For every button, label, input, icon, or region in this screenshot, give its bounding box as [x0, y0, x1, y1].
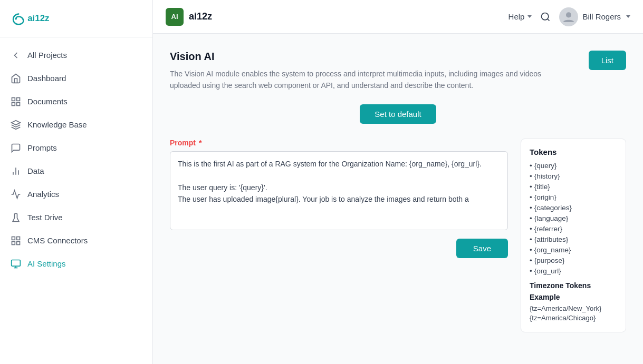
token-language: {language}: [530, 214, 617, 222]
topbar: AI ai12z Help: [153, 0, 643, 34]
avatar-image: [562, 10, 575, 24]
sidebar-item-prompts[interactable]: Prompts: [0, 136, 152, 160]
main-container: AI ai12z Help: [153, 0, 643, 364]
sidebar-item-label: Analytics: [27, 190, 59, 199]
chevron-down-icon: [626, 15, 630, 18]
prompt-textarea[interactable]: [170, 151, 508, 230]
sidebar-item-label: Test Drive: [27, 213, 63, 222]
sidebar-item-all-projects[interactable]: All Projects: [0, 44, 152, 67]
svg-rect-14: [12, 260, 21, 266]
sidebar-item-label: Documents: [27, 97, 68, 106]
timezone-tokens-title: Timezone Tokens: [530, 281, 617, 290]
vision-header: Vision AI The Vision AI module enables t…: [170, 51, 626, 92]
sidebar-item-knowledge-base[interactable]: Knowledge Base: [0, 113, 152, 136]
settings-icon: [11, 259, 21, 269]
svg-text:ai12z: ai12z: [27, 13, 49, 23]
set-default-button[interactable]: Set to default: [360, 104, 436, 124]
svg-rect-5: [17, 103, 20, 106]
token-title: {title}: [530, 183, 617, 191]
svg-marker-6: [12, 121, 21, 125]
user-name: Bill Rogers: [582, 12, 621, 21]
tz-example-1: {tz=America/Chicago}: [530, 314, 617, 322]
brand-name: ai12z: [189, 11, 212, 22]
svg-rect-4: [12, 103, 15, 106]
token-purpose: {purpose}: [530, 257, 617, 264]
help-button[interactable]: Help: [508, 12, 532, 21]
prompt-label: Prompt *: [170, 139, 508, 147]
home-icon: [11, 73, 21, 84]
prompt-section: Prompt * Save Tokens {query} {history} {…: [170, 139, 626, 332]
search-icon: [540, 12, 551, 22]
sidebar-item-label: All Projects: [27, 51, 67, 60]
tokens-title: Tokens: [530, 147, 617, 156]
svg-point-0: [15, 18, 16, 19]
sidebar-item-ai-settings[interactable]: AI Settings: [0, 252, 152, 276]
logo-area: ai12z: [0, 0, 152, 37]
svg-rect-10: [12, 237, 15, 240]
token-referrer: {referrer}: [530, 225, 617, 233]
svg-rect-12: [12, 242, 15, 245]
svg-line-18: [548, 18, 550, 21]
svg-point-19: [566, 12, 571, 17]
svg-rect-3: [17, 97, 20, 101]
svg-point-17: [542, 13, 549, 19]
user-area[interactable]: Bill Rogers: [559, 7, 630, 26]
sidebar-item-analytics[interactable]: Analytics: [0, 183, 152, 206]
tokens-panel: Tokens {query} {history} {title} {origin…: [521, 139, 626, 332]
topbar-brand: AI ai12z: [166, 8, 508, 26]
save-button[interactable]: Save: [456, 239, 508, 258]
svg-rect-13: [17, 242, 20, 245]
sidebar-item-label: Knowledge Base: [27, 120, 87, 129]
chevron-down-icon: [527, 15, 532, 18]
document-icon: [11, 96, 21, 107]
chart-icon: [11, 166, 21, 176]
analytics-icon: [11, 189, 21, 200]
list-button[interactable]: List: [589, 51, 626, 70]
save-row: Save: [170, 239, 508, 258]
search-button[interactable]: [540, 12, 551, 22]
content-area: Vision AI The Vision AI module enables t…: [153, 34, 643, 364]
example-label: Example: [530, 293, 617, 301]
topbar-right: Help Bill Rogers: [508, 7, 630, 26]
grid-icon: [11, 235, 21, 246]
prompt-left: Prompt * Save: [170, 139, 508, 332]
token-categories: {categories}: [530, 204, 617, 212]
svg-rect-11: [17, 237, 20, 240]
arrow-left-icon: [11, 50, 21, 61]
logo: ai12z: [11, 9, 69, 27]
brand-icon: AI: [166, 8, 184, 26]
token-org-name: {org_name}: [530, 246, 617, 254]
sidebar-item-test-drive[interactable]: Test Drive: [0, 206, 152, 229]
svg-rect-2: [12, 97, 15, 101]
sidebar-item-label: AI Settings: [27, 259, 66, 268]
sidebar-item-label: Data: [27, 166, 44, 175]
token-org-url: {org_url}: [530, 267, 617, 275]
token-history: {history}: [530, 172, 617, 180]
chat-icon: [11, 143, 21, 153]
sidebar-item-cms-connectors[interactable]: CMS Connectors: [0, 229, 152, 252]
sidebar-item-documents[interactable]: Documents: [0, 90, 152, 113]
token-query: {query}: [530, 162, 617, 170]
vision-title: Vision AI: [170, 51, 550, 63]
layers-icon: [11, 120, 21, 130]
tz-example-0: {tz=America/New_York}: [530, 304, 617, 312]
nav-list: All Projects Dashboard Documents: [0, 37, 152, 282]
sidebar-item-dashboard[interactable]: Dashboard: [0, 67, 152, 90]
vision-info: Vision AI The Vision AI module enables t…: [170, 51, 550, 92]
set-default-row: Set to default: [170, 104, 626, 124]
sidebar-item-label: Dashboard: [27, 74, 66, 83]
beaker-icon: [11, 212, 21, 223]
vision-desc: The Vision AI module enables the system …: [170, 68, 550, 92]
sidebar-item-data[interactable]: Data: [0, 160, 152, 183]
token-attributes: {attributes}: [530, 235, 617, 243]
sidebar-item-label: Prompts: [27, 143, 57, 152]
sidebar: ai12z All Projects Dashboard: [0, 0, 153, 364]
avatar: [559, 7, 578, 26]
token-origin: {origin}: [530, 193, 617, 201]
sidebar-item-label: CMS Connectors: [27, 236, 88, 245]
